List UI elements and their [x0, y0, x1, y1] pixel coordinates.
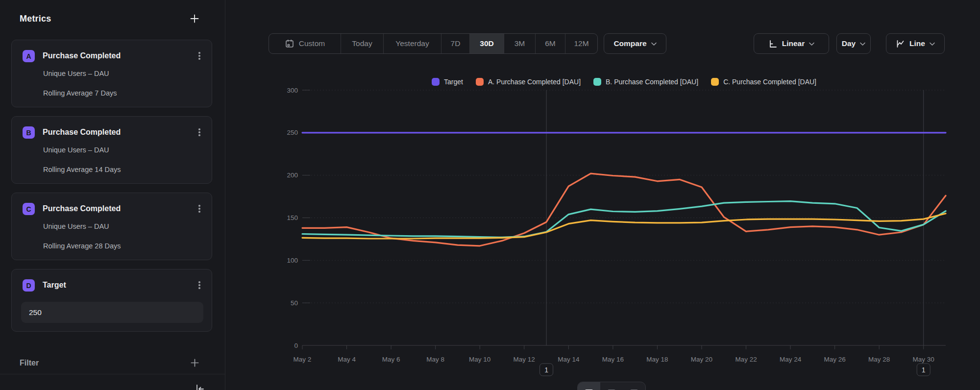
filter-section: Filter — [20, 357, 200, 368]
y-axis-label: 200 — [287, 171, 298, 179]
metric-measure: Unique Users – DAU — [43, 70, 109, 77]
x-axis-label: May 20 — [691, 356, 712, 363]
x-axis-label: May 18 — [646, 356, 668, 363]
filter-title: Filter — [20, 359, 39, 367]
chart-panel: CustomTodayYesterday7D30D3M6M12M Compare… — [225, 0, 980, 390]
metric-title: Purchase Completed — [43, 128, 121, 137]
x-axis-label: May 14 — [558, 356, 580, 363]
target-card[interactable]: D Target — [11, 269, 212, 332]
dashboard: { "sidebar": { "title": "Metrics", "metr… — [0, 0, 980, 390]
metric-card[interactable]: CPurchase CompletedUnique Users – DAURol… — [11, 193, 212, 260]
add-filter-button[interactable] — [189, 357, 200, 368]
kebab-menu-icon[interactable] — [194, 125, 205, 139]
metric-badge: A — [23, 50, 35, 62]
svg-text:1: 1 — [922, 366, 926, 374]
series-line-a — [302, 173, 946, 246]
kebab-menu-icon[interactable] — [194, 202, 205, 216]
svg-text:1: 1 — [544, 366, 548, 374]
metric-title: Purchase Completed — [43, 204, 121, 213]
target-value-input[interactable] — [21, 302, 203, 323]
x-axis-label: May 22 — [735, 356, 757, 363]
x-axis-label: May 6 — [382, 356, 400, 363]
kebab-menu-icon[interactable] — [194, 49, 205, 63]
y-axis-label: 300 — [287, 87, 298, 94]
series-line-b — [302, 201, 946, 238]
sidebar-divider — [0, 374, 225, 374]
metrics-sidebar: Metrics APurchase CompletedUnique Users … — [0, 0, 225, 390]
metric-measure: Unique Users – DAU — [43, 222, 109, 230]
x-axis-label: May 2 — [294, 356, 312, 363]
add-metric-button[interactable] — [189, 13, 200, 24]
metric-card[interactable]: APurchase CompletedUnique Users – DAURol… — [11, 40, 212, 107]
metric-transform: Rolling Average 28 Days — [43, 242, 121, 250]
metric-title: Target — [43, 281, 66, 290]
sidebar-header: Metrics — [20, 13, 200, 24]
kebab-menu-icon[interactable] — [194, 278, 205, 292]
x-axis-label: May 16 — [602, 356, 624, 363]
y-axis-label: 250 — [287, 129, 298, 136]
metric-transform: Rolling Average 14 Days — [43, 166, 121, 173]
x-axis-label: May 26 — [824, 356, 845, 363]
table-view-button[interactable] — [600, 382, 623, 390]
y-axis-label: 100 — [287, 257, 298, 264]
chart-view-button[interactable] — [578, 382, 600, 390]
x-axis-label: May 10 — [469, 356, 490, 363]
x-axis-label: May 8 — [426, 356, 444, 363]
series-line-c — [302, 214, 946, 239]
metrics-title: Metrics — [20, 14, 51, 24]
details-view-button[interactable] — [623, 382, 645, 390]
y-axis-label: 0 — [294, 342, 298, 349]
plus-icon — [190, 14, 199, 24]
collapse-left-icon — [195, 384, 205, 390]
annotation-badge[interactable]: 1 — [917, 364, 930, 376]
x-axis-label: May 24 — [780, 356, 802, 363]
x-axis-label: May 28 — [868, 356, 890, 363]
y-axis-label: 150 — [287, 214, 298, 221]
annotation-badge[interactable]: 1 — [540, 364, 553, 376]
collapse-sidebar-button[interactable] — [194, 383, 206, 390]
metric-badge: C — [23, 203, 35, 215]
y-axis-label: 50 — [291, 299, 298, 307]
metric-badge: B — [23, 126, 35, 139]
metric-measure: Unique Users – DAU — [43, 146, 109, 154]
chart-canvas[interactable]: 050100150200250300May 2May 4May 6May 8Ma… — [225, 0, 980, 390]
metric-badge: D — [23, 279, 35, 292]
metric-title: Purchase Completed — [43, 51, 121, 60]
x-axis-label: May 4 — [338, 356, 356, 363]
x-axis-label: May 30 — [913, 356, 934, 363]
x-axis-label: May 12 — [514, 356, 535, 363]
plus-icon — [190, 358, 199, 367]
metric-transform: Rolling Average 7 Days — [43, 89, 117, 97]
metric-card[interactable]: BPurchase CompletedUnique Users – DAURol… — [11, 116, 212, 184]
metric-card-list: APurchase CompletedUnique Users – DAURol… — [11, 40, 212, 341]
view-toggle-group — [577, 382, 646, 390]
